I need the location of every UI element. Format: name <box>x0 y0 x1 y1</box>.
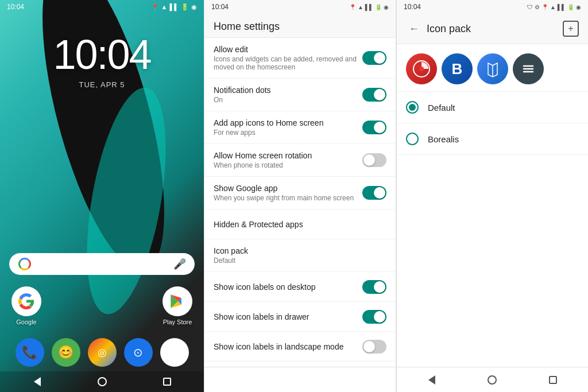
home-time: 10:04 <box>7 3 24 11</box>
icon-labels-desktop-toggle[interactable] <box>362 280 386 294</box>
google-logo <box>18 258 31 270</box>
icon-previews: B <box>397 44 588 92</box>
hidden-protected-item[interactable]: Hidden & Protected apps <box>204 209 396 239</box>
borealis-option[interactable]: Borealis <box>397 123 588 155</box>
settings-back-icon <box>236 375 243 385</box>
borealis-radio[interactable] <box>406 133 419 145</box>
icon-pack-subtitle: Default <box>214 257 386 265</box>
settings-recents-btn[interactable] <box>355 374 366 386</box>
settings-status-bar: 10:04 📍 ▲ ▌▌ 🔋 ◉ <box>204 0 396 14</box>
settings-battery-icon: 🔋 <box>375 4 382 10</box>
alarm-icon: ◉ <box>191 3 197 11</box>
icon-labels-drawer-item[interactable]: Show icon labels in drawer <box>204 302 396 332</box>
icon-labels-landscape-title: Show icon labels in landscape mode <box>214 342 362 351</box>
show-google-item[interactable]: Show Google app When you swipe right fro… <box>204 177 396 209</box>
icon-labels-landscape-item[interactable]: Show icon labels in landscape mode <box>204 332 396 362</box>
show-google-subtitle: When you swipe right from main home scre… <box>214 194 362 202</box>
rotation-title: Allow Home screen rotation <box>214 151 362 160</box>
preview-icon-1[interactable]: B <box>442 53 473 84</box>
iconpack-back-button[interactable]: ← <box>406 21 422 37</box>
iconpack-wifi-icon: ▲ <box>550 4 556 10</box>
settings-status-icons: 📍 ▲ ▌▌ 🔋 ◉ <box>349 4 389 10</box>
notification-dots-title: Notification dots <box>214 86 362 95</box>
back-nav-btn[interactable] <box>32 376 43 387</box>
nav-bar-left <box>0 371 204 392</box>
add-app-icons-item[interactable]: Add app icons to Home screen For new app… <box>204 111 396 144</box>
iconpack-alarm-icon: ◉ <box>576 4 581 10</box>
recents-nav-btn[interactable] <box>161 376 173 387</box>
iconpack-signal-icon: ▌▌ <box>558 4 566 10</box>
wifi-icon: ▲ <box>161 3 168 10</box>
add-icon: + <box>568 24 573 34</box>
signal-icon: ▌▌ <box>169 3 179 10</box>
google-app-icon[interactable]: Google <box>11 286 41 325</box>
allow-edit-subtitle: Icons and widgets can be added, removed … <box>214 55 362 71</box>
location-icon: 📍 <box>151 3 159 11</box>
rotation-item[interactable]: Allow Home screen rotation When phone is… <box>204 144 396 177</box>
back-nav-icon <box>34 377 41 386</box>
app-icons-row: Google Play Store <box>0 280 204 332</box>
iconpack-panel: 10:04 🛡 ⚙ 📍 ▲ ▌▌ 🔋 ◉ ← Icon pack + <box>396 0 588 392</box>
dock: 📞 😊 ◎ ⊙ <box>0 332 204 371</box>
circle-dock-icon[interactable] <box>160 338 189 367</box>
phone-dock-icon[interactable]: 📞 <box>16 338 44 367</box>
notification-dots-subtitle: On <box>214 96 362 104</box>
battery-icon: 🔋 <box>181 3 189 11</box>
notification-dots-item[interactable]: Notification dots On <box>204 79 396 111</box>
iconpack-recents-nav-btn[interactable] <box>547 374 559 386</box>
settings-location-icon: 📍 <box>349 4 356 10</box>
iconpack-header: ← Icon pack + <box>397 14 588 44</box>
add-app-icons-subtitle: For new apps <box>214 129 362 137</box>
home-clock: 10:04 <box>53 31 150 78</box>
settings-back-btn[interactable] <box>234 374 245 386</box>
iconpack-back-nav-btn[interactable] <box>426 374 438 386</box>
playstore-icon <box>163 286 192 316</box>
iconpack-add-button[interactable]: + <box>563 21 579 37</box>
allow-edit-item[interactable]: Allow edit Icons and widgets can be adde… <box>204 38 396 79</box>
show-google-toggle[interactable] <box>362 186 386 200</box>
settings-title: Home settings <box>214 21 386 33</box>
preview-icon-0[interactable] <box>406 53 437 84</box>
search-bar[interactable]: 🎤 <box>9 253 195 275</box>
icon-labels-drawer-toggle[interactable] <box>362 310 386 324</box>
iconpack-home-nav-btn[interactable] <box>486 374 498 386</box>
rotation-toggle[interactable] <box>362 153 386 167</box>
settings-wifi-icon: ▲ <box>358 4 363 10</box>
preview-icon-3[interactable] <box>513 53 544 84</box>
add-app-icons-toggle[interactable] <box>362 121 386 134</box>
home-date: TUE, APR 5 <box>79 80 125 89</box>
status-bar-left: 10:04 📍 ▲ ▌▌ 🔋 ◉ <box>0 0 204 14</box>
playstore-app-icon[interactable]: Play Store <box>163 286 192 325</box>
allow-edit-toggle[interactable] <box>362 51 386 65</box>
icon-labels-drawer-title: Show icon labels in drawer <box>214 312 362 321</box>
icon-pack-item[interactable]: Icon pack Default <box>204 239 396 272</box>
home-nav-btn[interactable] <box>96 376 108 387</box>
back-arrow-icon: ← <box>409 23 419 35</box>
settings-home-btn[interactable] <box>294 374 305 386</box>
home-nav-icon <box>98 377 107 386</box>
mic-icon[interactable]: 🎤 <box>174 258 185 270</box>
default-radio[interactable] <box>406 101 419 114</box>
iconpack-title: Icon pack <box>427 23 471 35</box>
hidden-protected-title: Hidden & Protected apps <box>214 220 386 229</box>
settings-list: Allow edit Icons and widgets can be adde… <box>204 38 396 367</box>
lens-dock-icon[interactable]: ◎ <box>88 338 117 367</box>
icon-labels-desktop-item[interactable]: Show icon labels on desktop <box>204 272 396 302</box>
notification-dots-toggle[interactable] <box>362 88 386 102</box>
iconpack-shield-icon: 🛡 <box>527 4 533 10</box>
settings-panel: 10:04 📍 ▲ ▌▌ 🔋 ◉ Home settings Allow edi… <box>204 0 396 392</box>
maps-dock-icon[interactable]: ⊙ <box>124 338 153 367</box>
iconpack-location-icon: 📍 <box>541 4 548 10</box>
show-google-title: Show Google app <box>214 184 362 193</box>
iconpack-gear-icon: ⚙ <box>535 4 540 10</box>
preview-icon-2[interactable] <box>477 53 508 84</box>
iconpack-status-bar: 10:04 🛡 ⚙ 📍 ▲ ▌▌ 🔋 ◉ <box>397 0 588 14</box>
default-option[interactable]: Default <box>397 92 588 123</box>
iconpack-nav-bar <box>397 367 588 392</box>
settings-nav-bar <box>204 367 396 392</box>
recents-nav-icon <box>163 378 171 386</box>
face-dock-icon[interactable]: 😊 <box>52 338 80 367</box>
iconpack-time: 10:04 <box>404 3 421 11</box>
icon-labels-landscape-toggle[interactable] <box>362 340 386 354</box>
default-label: Default <box>428 103 455 112</box>
